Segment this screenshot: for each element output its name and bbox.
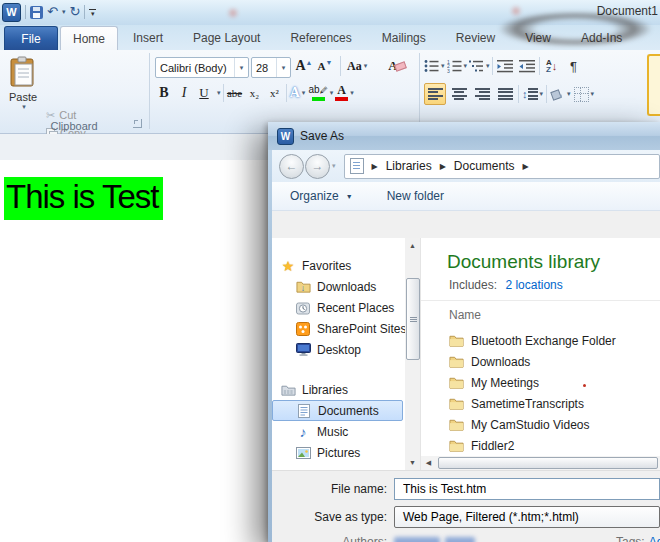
window-title: Document1 <box>597 4 658 18</box>
undo-dropdown-icon[interactable]: ▾ <box>62 8 66 16</box>
tab-view[interactable]: View <box>510 26 566 50</box>
file-name-input[interactable] <box>394 478 660 500</box>
scroll-down-icon[interactable]: ▼ <box>405 455 420 470</box>
tab-references[interactable]: References <box>275 26 366 50</box>
tab-page-layout[interactable]: Page Layout <box>178 26 275 50</box>
word-logo-icon[interactable]: W <box>2 3 21 22</box>
strikethrough-button[interactable]: abe <box>226 83 244 103</box>
customize-quick-access-icon[interactable]: ▾ <box>89 9 96 16</box>
nav-sharepoint-sites[interactable]: SharePoint Sites <box>272 318 405 339</box>
document-text[interactable]: This is Test <box>4 177 163 220</box>
file-row-camstudio[interactable]: My CamStudio Videos <box>449 414 660 435</box>
font-size-dropdown-icon[interactable]: ▾ <box>276 58 290 77</box>
multilevel-list-button[interactable]: ▾ <box>469 56 490 76</box>
font-color-dropdown-icon[interactable]: ▾ <box>350 89 354 97</box>
nav-documents-selected[interactable]: Documents <box>272 400 403 421</box>
font-size-combo[interactable]: 28 ▾ <box>251 57 291 78</box>
recent-locations-dropdown-icon[interactable]: ▾ <box>332 162 336 170</box>
underline-button[interactable]: U <box>195 83 213 103</box>
align-right-button[interactable] <box>472 84 492 104</box>
tab-insert[interactable]: Insert <box>118 26 178 50</box>
shading-button[interactable]: ▾ <box>550 84 571 104</box>
subscript-button[interactable]: x₂ <box>246 83 264 103</box>
tab-add-ins[interactable]: Add-Ins <box>566 26 637 50</box>
new-folder-button[interactable]: New folder <box>377 189 454 203</box>
scroll-left-icon[interactable]: ◀ <box>421 456 436 470</box>
organize-button[interactable]: Organize▼ <box>280 189 363 203</box>
nav-desktop[interactable]: Desktop <box>272 339 405 360</box>
nav-pictures[interactable]: Pictures <box>272 442 405 463</box>
forward-button[interactable]: → <box>305 154 330 179</box>
nav-music[interactable]: ♪ Music <box>272 421 405 442</box>
font-name-combo[interactable]: Calibri (Body) ▾ <box>155 57 249 78</box>
bullets-button[interactable]: ▾ <box>424 56 445 76</box>
scrollbar-thumb[interactable] <box>438 457 658 469</box>
undo-icon[interactable]: ↶ <box>47 5 58 19</box>
shrink-font-button[interactable]: A▼ <box>316 56 334 76</box>
line-spacing-button[interactable]: ↕ ▾ <box>522 84 543 104</box>
clipboard-dialog-launcher[interactable] <box>133 119 142 128</box>
save-icon[interactable] <box>30 6 43 19</box>
monitor-icon <box>295 342 311 358</box>
tab-home[interactable]: Home <box>60 26 118 51</box>
justify-button[interactable] <box>495 84 515 104</box>
crumb-separator-icon: ▶ <box>364 162 386 171</box>
text-highlight-color-button[interactable]: ab🖉 ▾ <box>309 83 334 103</box>
nav-recent-places[interactable]: Recent Places <box>272 297 405 318</box>
highlight-dropdown-icon[interactable]: ▾ <box>330 89 334 97</box>
superscript-button[interactable]: x² <box>266 83 284 103</box>
styles-gallery-partial[interactable] <box>647 54 660 116</box>
add-a-tag-link[interactable]: Add a tag <box>649 535 660 542</box>
numbering-button[interactable]: 123 ▾ <box>447 56 468 76</box>
file-row-bluetooth[interactable]: Bluetooth Exchange Folder <box>449 330 660 351</box>
increase-indent-button[interactable] <box>517 56 537 76</box>
breadcrumb-libraries[interactable]: Libraries <box>386 159 432 173</box>
paste-label: Paste <box>9 91 37 103</box>
borders-button[interactable]: ▾ <box>574 84 595 104</box>
ribbon-tab-row: File Home Insert Page Layout References … <box>0 25 660 50</box>
nav-libraries[interactable]: Libraries <box>272 379 405 400</box>
clear-formatting-button[interactable]: A <box>388 56 406 76</box>
tab-review[interactable]: Review <box>441 26 510 50</box>
paste-dropdown-icon[interactable]: ▾ <box>22 103 26 111</box>
tab-file[interactable]: File <box>4 26 58 51</box>
show-hide-pilcrow-button[interactable]: ¶ <box>564 56 584 76</box>
underline-dropdown-icon[interactable]: ▾ <box>217 89 221 97</box>
change-case-button[interactable]: Aa▾ <box>347 56 367 76</box>
scroll-up-icon[interactable]: ▲ <box>405 238 420 253</box>
decrease-indent-button[interactable] <box>495 56 515 76</box>
nav-scrollbar[interactable]: ▲ ▼ <box>405 238 420 470</box>
font-color-button[interactable]: A ▾ <box>335 83 354 103</box>
text-effects-button[interactable]: A▾ <box>289 83 307 103</box>
authors-value-redacted[interactable] <box>445 537 475 542</box>
font-name-dropdown-icon[interactable]: ▾ <box>234 58 248 77</box>
nav-favorites[interactable]: ★ Favorites <box>272 255 405 276</box>
file-row-my-meetings[interactable]: My Meetings <box>449 372 660 393</box>
sort-button[interactable]: AZ↓ <box>542 56 562 76</box>
align-center-button[interactable] <box>449 84 469 104</box>
svg-text:↓: ↓ <box>300 283 304 293</box>
align-left-button[interactable] <box>424 83 446 105</box>
nav-downloads[interactable]: ↓ Downloads <box>272 276 405 297</box>
horizontal-scrollbar[interactable]: ◀ <box>421 456 660 470</box>
file-row-fiddler2[interactable]: Fiddler2 <box>449 435 660 456</box>
scrollbar-thumb[interactable] <box>406 278 420 360</box>
bold-button[interactable]: B <box>155 83 173 103</box>
dialog-title-bar[interactable]: W Save As <box>268 122 660 150</box>
name-column-header[interactable]: Name <box>449 308 481 322</box>
grow-font-button[interactable]: A▲ <box>295 56 313 76</box>
file-row-sametime[interactable]: SametimeTranscripts <box>449 393 660 414</box>
save-as-type-combo[interactable]: Web Page, Filtered (*.htm;*.html) <box>394 506 660 528</box>
locations-link[interactable]: 2 locations <box>505 278 562 292</box>
authors-value-redacted[interactable] <box>394 537 440 542</box>
file-row-downloads[interactable]: Downloads <box>449 351 660 372</box>
mini-divider <box>492 57 493 75</box>
breadcrumb-documents[interactable]: Documents <box>454 159 515 173</box>
paste-button[interactable]: Paste ▾ <box>5 54 41 120</box>
italic-button[interactable]: I <box>175 83 193 103</box>
breadcrumb[interactable]: ▶ Libraries ▶ Documents ▶ <box>344 154 660 179</box>
back-button[interactable]: ← <box>279 154 304 179</box>
redo-icon[interactable]: ↻ <box>69 5 80 19</box>
tab-mailings[interactable]: Mailings <box>367 26 441 50</box>
location-icon <box>350 158 364 174</box>
